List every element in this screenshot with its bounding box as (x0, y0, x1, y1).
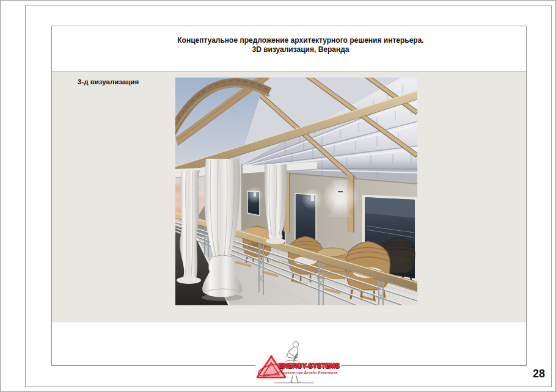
inner-frame: Концептуальное предложение архитектурног… (25, 5, 552, 387)
slide-title-line1: Концептуальное предложение архитектурног… (75, 36, 526, 45)
content-frame: Концептуальное предложение архитектурног… (51, 26, 527, 366)
slide-header: Концептуальное предложение архитектурног… (52, 26, 526, 71)
slide-page: Концептуальное предложение архитектурног… (0, 0, 556, 392)
energy-systems-logo: ENERGY-SYSTEMS Архитектура Дизайн Инжене… (254, 340, 346, 389)
veranda-3d-render (175, 78, 417, 305)
logo-tagline: Архитектура Дизайн Инженерия (279, 371, 340, 374)
page-number: 28 (508, 368, 545, 380)
veranda-render-svg (175, 78, 417, 305)
sketch-feet-icon (273, 375, 315, 385)
slide-title-line2: 3D визуализация, Веранда (75, 45, 526, 54)
visualization-band: 3-д визуализация (52, 71, 526, 323)
logo-brand-text: ENERGY-SYSTEMS (279, 362, 340, 369)
section-label: 3-д визуализация (78, 78, 139, 85)
